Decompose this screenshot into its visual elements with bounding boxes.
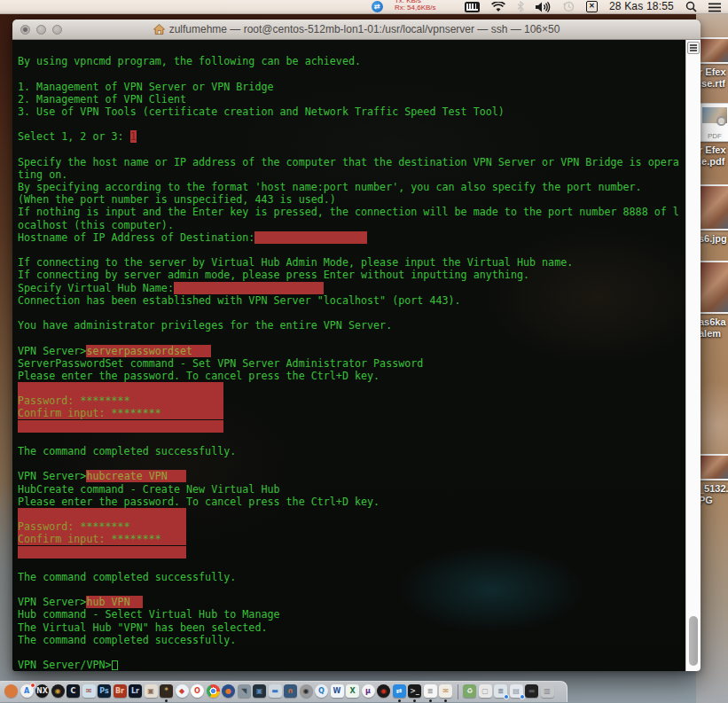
- dock-item-bridge-icon[interactable]: Br: [114, 684, 127, 698]
- menu-bar: ⇄ Tx: KB/s Rx: 54,6KB/s ✕ 28 Kas 18:55: [0, 0, 728, 14]
- network-speed-indicator[interactable]: Tx: KB/s Rx: 54,6KB/s: [395, 0, 453, 12]
- dock-item-photoshop-icon[interactable]: Ps: [98, 684, 111, 698]
- dock-item-utorrent-icon[interactable]: µ: [362, 684, 375, 698]
- dock-item-safari-icon[interactable]: ◆: [176, 684, 189, 698]
- x11-icon[interactable]: ✕: [586, 1, 598, 12]
- desktop-file-jpg-1[interactable]: s6.jpg: [699, 184, 728, 245]
- close-button[interactable]: [20, 25, 30, 35]
- dock-item-camera-lens-app-icon[interactable]: ◉: [51, 684, 65, 698]
- dock-item-app-store-icon[interactable]: A: [20, 684, 34, 698]
- menu-clock[interactable]: 28 Kas 18:55: [609, 0, 674, 12]
- scrollbar-thumb[interactable]: [689, 616, 698, 666]
- dock-item-camera-bag-app-icon[interactable]: ▣: [253, 684, 266, 698]
- dock-item-photos-app-icon[interactable]: ✉: [439, 684, 452, 698]
- dock-item-firefox-icon[interactable]: ●: [222, 684, 235, 698]
- dock-item-camtasia-icon[interactable]: C: [67, 684, 80, 698]
- desktop-file-jpg-1-thumbnail[interactable]: [699, 184, 728, 230]
- dock-item-text-document-app-icon[interactable]: ≡: [424, 684, 437, 698]
- desktop-file-rtf-thumbnail[interactable]: [699, 37, 728, 64]
- time-machine-icon[interactable]: [562, 1, 575, 12]
- desktop-file-jpg-2[interactable]: as6kaalem: [699, 261, 728, 340]
- dock-item-lightroom-icon[interactable]: Lr: [129, 684, 142, 698]
- notification-center-icon[interactable]: [708, 3, 721, 12]
- home-folder-icon: [153, 24, 165, 35]
- dock-item-wings-app-icon[interactable]: ◥: [238, 684, 251, 698]
- terminal-cursor: [112, 660, 118, 671]
- dock-item-downloads-stack-icon[interactable]: ▤: [510, 684, 523, 698]
- dock-item-nx2-app-icon[interactable]: NX: [35, 684, 49, 698]
- dock-item-chrome-icon[interactable]: [207, 684, 220, 698]
- teamviewer-menu-icon[interactable]: ⇄: [372, 1, 383, 12]
- dock: ANX◉C✉PsBrLr▣*◆O●◥▣▬∩◉QWXµ◉⇄>_≡✉♻▢≡▤▬▥: [0, 681, 568, 702]
- keyboard-input-icon[interactable]: [465, 2, 480, 12]
- desktop-file-rtf[interactable]: r Efex.se.rtf: [699, 37, 728, 90]
- dock-item-trash-icon[interactable]: ▥: [541, 684, 554, 698]
- terminal-output[interactable]: By using vpncmd program, the following c…: [12, 40, 685, 671]
- desktop-file-jpg-2-thumbnail[interactable]: [699, 261, 728, 314]
- dock-item-list-stack-icon[interactable]: ≡: [494, 684, 507, 698]
- bluetooth-icon[interactable]: [517, 1, 524, 12]
- dock-item-opera-icon[interactable]: O: [191, 684, 204, 698]
- dock-item-display-app-icon[interactable]: ▬: [269, 684, 282, 698]
- dock-item-recycle-stack-icon[interactable]: ♻: [463, 684, 476, 698]
- dock-item-black-widget-icon[interactable]: ▬: [525, 684, 538, 698]
- zoom-button[interactable]: [52, 25, 62, 35]
- dock-item-teamviewer-icon[interactable]: ⇄: [393, 684, 406, 698]
- dock-divider: [458, 684, 458, 699]
- dock-item-film-reel-app-icon[interactable]: ◉: [300, 684, 313, 698]
- dock-item-word-icon[interactable]: W: [331, 684, 344, 698]
- dock-item-red-speaker-app-icon[interactable]: ◉: [377, 684, 390, 698]
- dock-item-finder-icon[interactable]: [4, 684, 18, 698]
- dock-item-pinwheel-app-icon[interactable]: *: [160, 684, 173, 698]
- desktop-file-pdf[interactable]: PDFr Efex.e.pdf: [699, 103, 728, 168]
- dock-item-excel-icon[interactable]: X: [346, 684, 359, 698]
- desktop-file-pdf-thumbnail[interactable]: PDF: [699, 103, 728, 142]
- scrollbar-track[interactable]: [685, 40, 701, 671]
- desktop-file-pdf-label: r Efex.e.pdf: [699, 145, 728, 168]
- desktop-file-jpg-2-label: as6kaalem: [699, 316, 728, 340]
- volume-icon[interactable]: [536, 2, 551, 12]
- desktop-file-jpg-3[interactable]: _5132.PG: [699, 454, 728, 506]
- dock-item-headphones-app-icon[interactable]: ∩: [284, 684, 297, 698]
- window-titlebar[interactable]: zulfumehme — root@centos-512mb-lon1-01:/…: [12, 20, 701, 40]
- terminal-window: zulfumehme — root@centos-512mb-lon1-01:/…: [12, 20, 701, 671]
- dock-item-box-stack-icon[interactable]: ▢: [479, 684, 492, 698]
- dock-item-quicktime-icon[interactable]: Q: [315, 684, 328, 698]
- minimize-button[interactable]: [36, 25, 46, 35]
- desktop-file-rtf-label: r Efex.se.rtf: [699, 66, 728, 90]
- dock-item-terminal-icon[interactable]: >_: [408, 684, 421, 698]
- desktop-file-jpg-1-label: s6.jpg: [699, 233, 728, 245]
- scrollbar-menu-icon[interactable]: [687, 42, 700, 54]
- dock-item-image-viewer-icon[interactable]: ▣: [145, 684, 158, 698]
- window-title: zulfumehme — root@centos-512mb-lon1-01:/…: [169, 23, 560, 35]
- desktop-file-jpg-3-thumbnail[interactable]: [699, 454, 728, 480]
- desktop-file-jpg-3-label: _5132.PG: [699, 483, 728, 506]
- wifi-icon[interactable]: [491, 2, 505, 12]
- rx-speed-label: Rx: 54,6KB/s: [395, 4, 436, 12]
- spotlight-icon[interactable]: [685, 1, 697, 12]
- desktop: ⇄ Tx: KB/s Rx: 54,6KB/s ✕ 28 Kas 18:55: [0, 0, 728, 703]
- dock-item-mail-app-icon[interactable]: ✉: [82, 684, 96, 698]
